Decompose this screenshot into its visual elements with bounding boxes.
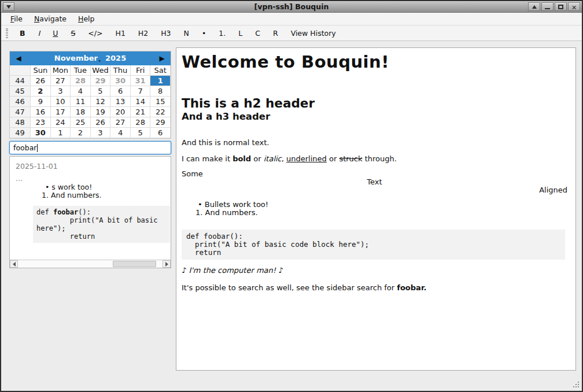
calendar-day-6[interactable]: 6 (110, 86, 131, 97)
search-input[interactable]: foobar (9, 141, 171, 154)
toolbar-align-right-button[interactable]: R (267, 27, 285, 39)
calendar-day-19[interactable]: 19 (91, 107, 111, 117)
calendar-day-1[interactable]: 1 (51, 128, 71, 138)
bullet-text: Bullets work too! (205, 200, 268, 209)
calendar-day-7[interactable]: 7 (131, 86, 151, 97)
plain-text: or (251, 154, 264, 163)
toolbar-align-left-button[interactable]: L (232, 27, 249, 39)
calendar-day-14[interactable]: 14 (131, 97, 151, 107)
calendar-day-1[interactable]: 1 (150, 76, 171, 86)
calendar-day-3[interactable]: 3 (51, 86, 71, 97)
calendar-day-9[interactable]: 9 (31, 97, 51, 107)
calendar-next-button[interactable]: ▶ (153, 54, 171, 62)
window-title: [vpn-ssh] Bouquin (1, 2, 582, 11)
toolbar-heading3-button[interactable]: H3 (154, 27, 177, 39)
calendar-day-18[interactable]: 18 (71, 107, 91, 117)
toolbar-bullet-list-button[interactable]: • (195, 27, 212, 39)
calendar-day-2[interactable]: 2 (31, 86, 51, 97)
h3-header: And a h3 header (182, 110, 567, 123)
window-close-button[interactable] (568, 2, 580, 11)
toolbar-heading1-button[interactable]: H1 (109, 27, 131, 39)
calendar-day-30[interactable]: 30 (31, 128, 51, 138)
calendar-day-11[interactable]: 11 (71, 97, 91, 107)
calendar-day-31[interactable]: 31 (131, 76, 151, 86)
scrollbar-thumb[interactable] (113, 261, 156, 267)
calendar-day-17[interactable]: 17 (51, 107, 71, 117)
search-hint-paragraph: It's possible to search as well, see the… (182, 283, 567, 293)
toolbar-numbered-list-button[interactable]: 1. (212, 27, 232, 39)
calendar-day-12[interactable]: 12 (91, 97, 111, 107)
calendar-day-4[interactable]: 4 (71, 86, 91, 97)
editor-content[interactable]: Welcome to Bouquin! This is a h2 header … (176, 47, 576, 371)
toolbar-align-center-button[interactable]: C (249, 27, 267, 39)
calendar-day-8[interactable]: 8 (150, 86, 171, 97)
calendar-day-27[interactable]: 27 (51, 76, 71, 86)
calendar-day-13[interactable]: 13 (110, 97, 131, 107)
window-shade-button[interactable] (528, 2, 540, 11)
calendar-grid: SunMonTueWedThuFriSat4426272829303114523… (10, 65, 171, 138)
calendar-day-5[interactable]: 5 (91, 86, 111, 97)
toolbar-italic-button[interactable]: I (32, 27, 47, 39)
scroll-right-button[interactable] (163, 260, 171, 268)
day-header-tue: Tue (71, 65, 91, 76)
bullet-marker: • (45, 183, 49, 191)
horizontal-scrollbar[interactable] (10, 260, 171, 268)
calendar-day-28[interactable]: 28 (131, 117, 151, 128)
menu-item-help[interactable]: Help (72, 13, 101, 25)
plain-text: or (327, 154, 340, 163)
day-header-sun: Sun (31, 65, 51, 76)
calendar-day-4[interactable]: 4 (110, 128, 131, 138)
toolbar-strikethrough-button[interactable]: S (64, 27, 82, 39)
toolbar-drag-handle[interactable] (6, 28, 8, 38)
week-column-header (10, 65, 31, 76)
calendar-month-year[interactable]: November▾2025 (27, 54, 153, 64)
menu-bar: FileNavigateHelp (1, 13, 582, 25)
calendar-day-20[interactable]: 20 (110, 107, 131, 117)
calendar-day-3[interactable]: 3 (91, 128, 111, 138)
calendar-day-2[interactable]: 2 (71, 128, 91, 138)
calendar-day-26[interactable]: 26 (31, 76, 51, 86)
day-header-fri: Fri (131, 65, 151, 76)
day-header-sat: Sat (150, 65, 171, 76)
calendar-month[interactable]: November (54, 54, 98, 62)
week-number: 46 (10, 97, 31, 107)
scroll-right-icon (165, 262, 168, 267)
calendar-day-10[interactable]: 10 (51, 97, 71, 107)
toolbar-view-history-button[interactable]: View History (285, 27, 342, 39)
calendar-day-25[interactable]: 25 (71, 117, 91, 128)
menu-item-file[interactable]: File (5, 13, 28, 25)
calendar-day-29[interactable]: 29 (91, 76, 111, 86)
calendar-day-21[interactable]: 21 (131, 107, 151, 117)
close-icon (571, 1, 577, 12)
window-minimize-button[interactable] (541, 2, 554, 11)
result-date-link[interactable]: 2025-11-01 (16, 162, 165, 171)
toolbar-underline-button[interactable]: U (46, 27, 64, 39)
toolbar-heading2-button[interactable]: H2 (132, 27, 154, 39)
calendar-day-5[interactable]: 5 (131, 128, 151, 138)
window-maximize-button[interactable] (555, 2, 567, 11)
calendar-day-16[interactable]: 16 (31, 107, 51, 117)
calendar-day-23[interactable]: 23 (31, 117, 51, 128)
calendar-prev-button[interactable]: ◀ (10, 54, 27, 62)
toolbar-normal-text-button[interactable]: N (178, 27, 195, 39)
calendar-day-27[interactable]: 27 (110, 117, 131, 128)
calendar-year[interactable]: 2025 (105, 54, 126, 62)
format-toolbar: BIUS</>H1H2H3N•1.LCRView History (1, 26, 582, 41)
month-dropdown-icon: ▾ (98, 58, 101, 64)
calendar-day-22[interactable]: 22 (150, 107, 171, 117)
calendar-day-6[interactable]: 6 (150, 128, 171, 138)
toolbar-bold-button[interactable]: B (13, 27, 32, 39)
calendar-day-30[interactable]: 30 (110, 76, 131, 86)
calendar-day-24[interactable]: 24 (51, 117, 71, 128)
calendar-day-15[interactable]: 15 (150, 97, 171, 107)
scroll-left-button[interactable] (10, 260, 18, 268)
resize-grip[interactable] (572, 380, 579, 387)
calendar-day-29[interactable]: 29 (150, 117, 171, 128)
styled-text-u: underlined (286, 154, 327, 163)
calendar-day-28[interactable]: 28 (71, 76, 91, 86)
shade-icon (532, 5, 537, 9)
menu-item-navigate[interactable]: Navigate (28, 13, 72, 25)
toolbar-code-button[interactable]: </> (82, 27, 109, 39)
calendar-day-26[interactable]: 26 (91, 117, 111, 128)
music-note-icon: ♪ (278, 266, 283, 275)
